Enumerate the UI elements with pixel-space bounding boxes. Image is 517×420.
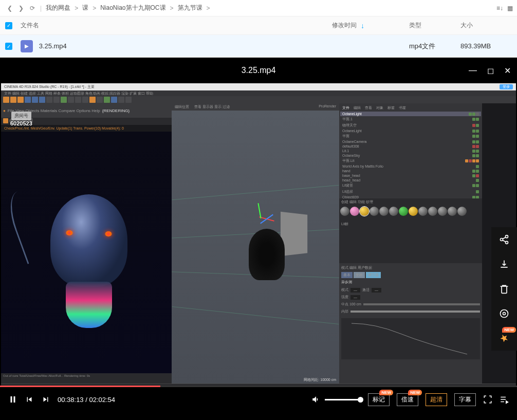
chevron-right-icon: > [207,5,210,12]
svg-point-0 [506,235,508,238]
nav-forward-icon[interactable]: ❯ [15,3,27,14]
prev-button[interactable] [25,395,34,404]
nav-back-icon[interactable]: ❮ [4,3,15,14]
svg-line-3 [503,237,506,239]
attr-header: 模式 编辑 用户数据 [341,265,480,270]
render-tag: {RENDERING} [102,108,130,113]
sort-icon[interactable]: ≡↓ [496,5,503,12]
new-badge: NEW [502,327,516,333]
chevron-right-icon: > [170,5,174,12]
col-name-header[interactable]: 文件名 [21,21,332,30]
fullscreen-icon[interactable] [483,395,492,404]
maximize-icon[interactable]: ◻ [487,66,494,76]
table-header: ✓ 文件名 修改时间 ↓ 类型 大小 [0,16,517,35]
video-player: 3.25.mp4 — ◻ ✕ CINEMA 4D R19.024 Studio … [0,58,517,420]
svg-point-1 [501,239,503,241]
viewport-status: 网格间距: 10000 cm [304,377,336,382]
viewport-3d: 网格间距: 10000 cm [172,111,339,384]
time-display: 00:38:13 / 02:02:54 [58,396,115,404]
video-content[interactable]: CINEMA 4D R19.024 Studio (RC - R19) - [1… [1,83,516,386]
row-checkbox[interactable]: ✓ [5,43,12,50]
c4d-main: ● File View Objects Materials Compare Op… [1,103,516,384]
speed-button[interactable]: NEW 倍速 [397,393,418,406]
viewport-mode: ProRender [319,104,336,109]
breadcrumb-item[interactable]: NiaoNiao第十九期OC课 [98,3,168,13]
sort-desc-icon: ↓ [361,22,364,30]
table-row[interactable]: ✓ ▶ 3.25.mp4 mp4文件 893.39MB [0,35,517,58]
col-size-header[interactable]: 大小 [460,21,512,30]
video-controls: 00:38:13 / 02:02:54 NEW 标记 NEW 倍速 超清 字幕 [0,386,517,413]
c4d-login: 登录 [500,84,513,89]
grid-view-icon[interactable]: ▦ [507,5,513,12]
row-name: ▶ 3.25.mp4 [21,40,332,52]
mark-button[interactable]: NEW 标记 [368,393,390,406]
watermark: 房间号 [11,112,31,120]
breadcrumb: 我的网盘 > 课 > NiaoNiao第十九期OC课 > 第九节课 > [44,3,496,13]
c4d-render-panel: ● File View Objects Materials Compare Op… [1,103,172,384]
settings-icon[interactable] [491,301,517,326]
download-icon[interactable] [491,252,517,277]
col-time-header[interactable]: 修改时间 ↓ [332,21,409,30]
playlist-icon[interactable] [500,395,509,404]
transform-gizmo [244,203,274,234]
quality-button[interactable]: 超清 [426,393,447,406]
obj-item: OctaneLight [340,112,481,116]
breadcrumb-item[interactable]: 课 [80,3,90,13]
new-badge: NEW [379,390,393,395]
c4d-toolbar [1,96,516,103]
volume-slider[interactable] [325,399,361,400]
breadcrumb-item[interactable]: 第九节课 [176,3,205,13]
svg-point-2 [506,241,508,244]
chevron-right-icon: > [93,5,96,12]
progress-bar[interactable] [0,386,517,387]
close-icon[interactable]: ✕ [504,66,511,76]
c4d-title: CINEMA 4D R19.024 Studio (RC - R19) - [1… [4,84,95,89]
attr-section: 异步测 [341,280,480,285]
svg-rect-8 [14,396,15,403]
c4d-right-panel: 文件编辑查看对象标签书签 OctaneLight 平面.1 物理天空 Octan… [339,103,482,384]
object-manager: 文件编辑查看对象标签书签 OctaneLight 平面.1 物理天空 Octan… [339,103,482,198]
video-titlebar: 3.25.mp4 — ◻ ✕ [0,58,517,83]
next-button[interactable] [41,395,50,404]
window-controls: — ◻ ✕ [469,66,511,76]
new-badge: NEW [408,390,422,395]
c4d-viewport: 编辑位置查看 显示器 显示 过滤 ProRender 网格间距: 10000 c… [172,103,339,384]
c4d-menubar: 文件 编辑 创建 选择 工具 网格 样条 体积 运动图形 角色 动画 模拟 跟踪… [1,90,516,96]
video-title: 3.25.mp4 [242,66,276,75]
top-nav: ❮ ❯ ⟳ | 我的网盘 > 课 > NiaoNiao第十九期OC课 > 第九节… [0,0,517,16]
duration: 02:02:54 [89,396,115,404]
material-selected [360,207,369,216]
subtitle-button[interactable]: 字幕 [454,393,476,406]
minimize-icon[interactable]: — [469,66,477,76]
attribute-manager: 模式 编辑 用户数据 基本坐标调节器 异步测 模式—激活— 强度— 中点 100… [339,263,482,384]
pin-icon[interactable]: NEW [491,326,517,351]
row-size: 893.39MB [460,42,512,50]
head-model [249,229,285,280]
watermark-number: 6020523 [10,120,32,126]
svg-line-4 [503,240,506,242]
progress-fill [0,386,160,387]
material-label: Lit标 [339,221,482,227]
delete-icon[interactable] [491,277,517,301]
row-check: ✓ [5,42,21,50]
share-icon[interactable] [491,227,517,252]
svg-point-5 [503,313,506,315]
robot-render [20,174,153,349]
view-options: ≡↓ ▦ [496,5,513,12]
breadcrumb-item[interactable]: 我的网盘 [44,3,72,13]
volume-icon[interactable] [311,395,321,404]
svg-rect-7 [11,396,12,403]
render-view [1,132,172,373]
select-all-checkbox[interactable]: ✓ [5,22,12,29]
file-name: 3.25.mp4 [39,42,67,49]
video-file-icon: ▶ [21,40,33,52]
attr-graph [341,318,480,359]
c4d-titlebar: CINEMA 4D R19.024 Studio (RC - R19) - [1… [1,83,516,90]
current-time: 00:38:13 [58,396,84,404]
material-manager [339,206,482,221]
col-check: ✓ [5,22,21,29]
nav-refresh-icon[interactable]: ⟳ [27,3,38,14]
chevron-right-icon: > [75,5,78,12]
col-type-header[interactable]: 类型 [409,21,460,30]
pause-button[interactable] [8,395,17,404]
